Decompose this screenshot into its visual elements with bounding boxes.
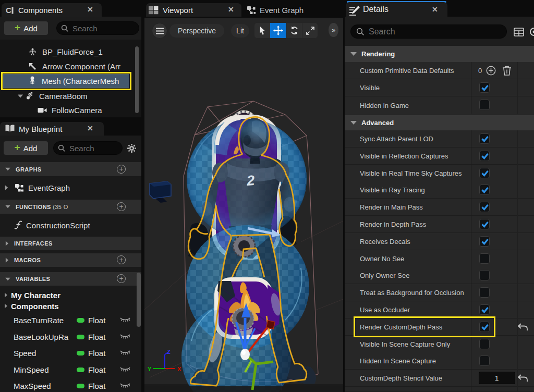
svg-text:Z: Z [167, 349, 171, 355]
svg-text:X: X [177, 366, 181, 372]
svg-text:C: C [6, 6, 11, 15]
svg-text:Y: Y [148, 366, 152, 372]
